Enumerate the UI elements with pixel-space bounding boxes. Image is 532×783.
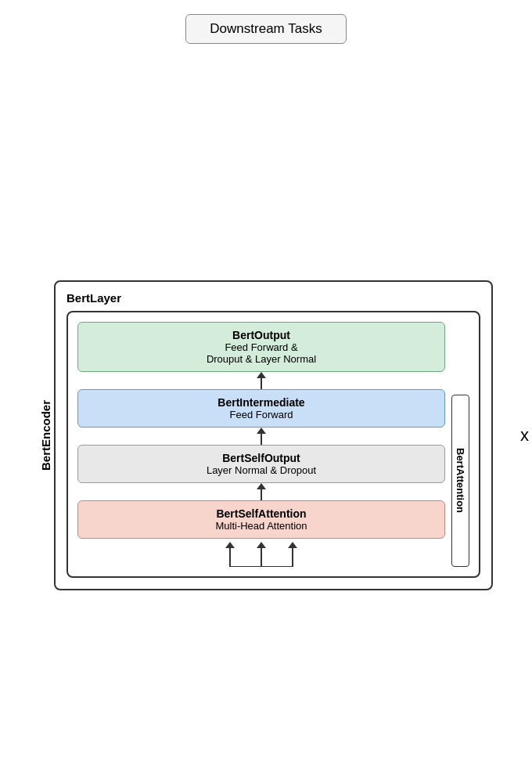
- bert-output-box: BertOutput Feed Forward &Drouput & Layer…: [77, 322, 445, 372]
- xn-label: x N: [520, 425, 532, 446]
- bert-layer-label: BertLayer: [66, 291, 480, 305]
- bert-layer-inner: BertOutput Feed Forward &Drouput & Layer…: [66, 311, 480, 578]
- downstream-box: Downstream Tasks: [185, 14, 346, 44]
- diagram-container: Downstream Tasks BertEncoder BertLayer B…: [0, 0, 532, 783]
- bert-layer-content: BertOutput Feed Forward &Drouput & Layer…: [77, 322, 445, 567]
- svg-marker-5: [257, 428, 266, 434]
- bert-intermediate-title: BertIntermediate: [89, 396, 433, 409]
- bert-encoder-inner: BertEncoder BertLayer BertOutput Feed Fo…: [39, 44, 493, 783]
- downstream-label: Downstream Tasks: [210, 21, 322, 36]
- svg-marker-7: [257, 483, 266, 489]
- bert-self-attention-box: BertSelfAttention Multi-Head Attention: [77, 500, 445, 539]
- bert-output-subtitle: Feed Forward &Drouput & Layer Normal: [89, 341, 433, 365]
- bert-self-attention-title: BertSelfAttention: [89, 507, 433, 520]
- bert-self-attention-subtitle: Multi-Head Attention: [89, 520, 433, 532]
- self-attn-input-arrows: [175, 539, 347, 567]
- bert-output-title: BertOutput: [89, 329, 433, 341]
- bert-encoder-box: BertLayer BertOutput Feed Forward &Droup…: [54, 280, 493, 590]
- bert-intermediate-box: BertIntermediate Feed Forward: [77, 389, 445, 428]
- arrow-output-to-intermediate: [253, 372, 269, 389]
- svg-marker-9: [225, 542, 235, 548]
- arrow-intermediate-to-self-output: [253, 428, 269, 445]
- bert-intermediate-subtitle: Feed Forward: [89, 409, 433, 420]
- bert-self-output-subtitle: Layer Normal & Dropout: [89, 464, 433, 476]
- svg-marker-13: [288, 542, 297, 548]
- bert-encoder-label: BertEncoder: [39, 44, 52, 783]
- bert-self-output-box: BertSelfOutput Layer Normal & Dropout: [77, 445, 445, 483]
- x-symbol: x: [520, 425, 529, 446]
- bert-self-output-title: BertSelfOutput: [89, 452, 433, 464]
- svg-marker-11: [257, 542, 266, 548]
- svg-marker-3: [257, 372, 266, 378]
- bert-encoder-wrapper: BertEncoder BertLayer BertOutput Feed Fo…: [39, 44, 493, 783]
- bert-attention-label: BertAttention: [451, 395, 469, 567]
- arrow-self-output-to-self-attention: [253, 483, 269, 500]
